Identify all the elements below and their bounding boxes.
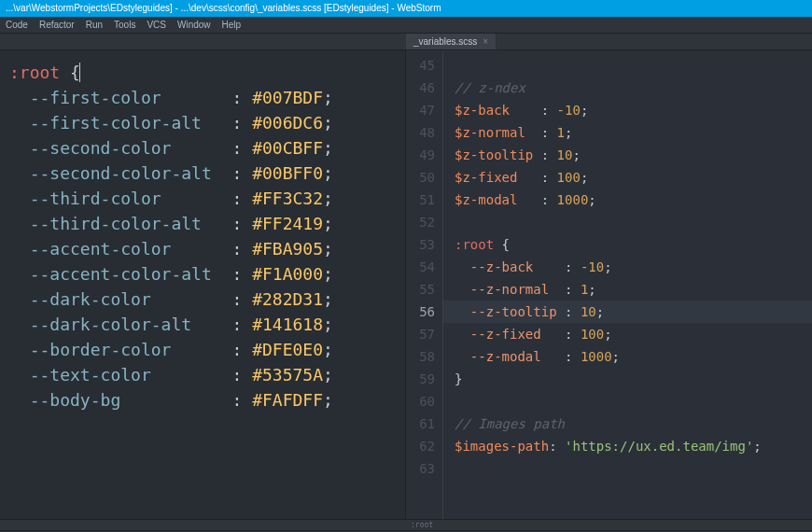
gutter-line: 45 — [406, 54, 435, 77]
code-line[interactable]: --dark-color : #282D31; — [9, 287, 405, 312]
code-line[interactable]: --accent-color : #FBA905; — [9, 236, 405, 261]
code-line[interactable]: --z-modal : 1000; — [455, 345, 812, 368]
code-line[interactable]: --third-color-alt : #FF2419; — [9, 211, 405, 236]
code-line[interactable]: --accent-color-alt : #F1A000; — [9, 261, 405, 287]
gutter-line: 52 — [406, 211, 435, 233]
gutter-line: 49 — [406, 144, 435, 166]
gutter-line: 51 — [406, 189, 435, 211]
breadcrumb: :root — [0, 519, 812, 530]
window-title: ...\var\WebstormProjects\EDstyleguides] … — [6, 0, 441, 17]
gutter-line: 53 — [406, 233, 435, 256]
code-line[interactable]: --first-color-alt : #006DC6; — [9, 110, 405, 135]
window-titlebar: ...\var\WebstormProjects\EDstyleguides] … — [0, 0, 812, 17]
code-line[interactable]: --second-color : #00CBFF; — [9, 135, 405, 161]
code-line[interactable]: } — [455, 368, 812, 390]
close-icon[interactable]: × — [483, 36, 488, 47]
gutter-line: 55 — [406, 278, 435, 301]
gutter-line: 50 — [406, 166, 435, 189]
code-line[interactable]: // z-ndex — [455, 77, 812, 99]
editor-pane-left[interactable]: :root { --first-color : #007BDF; --first… — [0, 50, 406, 519]
gutter-line: 63 — [406, 457, 435, 480]
gutter-line: 59 — [406, 368, 435, 390]
editor-split: :root { --first-color : #007BDF; --first… — [0, 50, 812, 519]
code-line[interactable]: $z-modal : 1000; — [455, 189, 812, 211]
editor-tab-variables[interactable]: _variables.scss × — [406, 34, 497, 49]
code-line[interactable]: --body-bg : #FAFDFF; — [9, 387, 405, 413]
gutter-line: 58 — [406, 345, 435, 368]
code-line[interactable] — [455, 211, 812, 233]
menu-refactor[interactable]: Refactor — [39, 20, 75, 30]
code-line[interactable]: $z-tooltip : 10; — [455, 144, 812, 166]
code-line[interactable] — [455, 390, 812, 413]
code-line[interactable]: $images-path: 'https://ux.ed.team/img'; — [455, 435, 812, 457]
code-line[interactable]: --border-color : #DFE0E0; — [9, 337, 405, 362]
menu-tools[interactable]: Tools — [114, 20, 135, 30]
menu-help[interactable]: Help — [222, 20, 242, 30]
code-line[interactable] — [455, 54, 812, 77]
gutter-line: 62 — [406, 435, 435, 457]
editor-tabs: _variables.scss × — [0, 34, 812, 50]
code-line[interactable]: --third-color : #FF3C32; — [9, 186, 405, 211]
gutter-line: 47 — [406, 99, 435, 121]
gutter-line: 57 — [406, 323, 435, 345]
gutter-line: 60 — [406, 390, 435, 413]
gutter-line: 46 — [406, 77, 435, 99]
line-gutter: 45464748495051525354555657585960616263 — [406, 50, 443, 519]
code-line[interactable]: $z-fixed : 100; — [455, 166, 812, 189]
tab-label: _variables.scss — [413, 36, 477, 47]
code-line[interactable]: --dark-color-alt : #141618; — [9, 312, 405, 337]
main-menubar[interactable]: CodeRefactorRunToolsVCSWindowHelp — [0, 17, 812, 34]
menu-window[interactable]: Window — [177, 20, 211, 30]
gutter-line: 56 — [406, 301, 435, 323]
code-line[interactable]: --second-color-alt : #00BFF0; — [9, 161, 405, 186]
code-line[interactable]: $z-normal : 1; — [455, 121, 812, 144]
editor-pane-right[interactable]: 45464748495051525354555657585960616263 /… — [406, 50, 812, 519]
code-line[interactable] — [455, 457, 812, 480]
gutter-line: 61 — [406, 413, 435, 435]
code-line[interactable]: $z-back : -10; — [455, 99, 812, 121]
code-line[interactable]: --z-back : -10; — [455, 256, 812, 278]
menu-run[interactable]: Run — [86, 20, 103, 30]
menu-vcs[interactable]: VCS — [147, 20, 166, 30]
code-area-right[interactable]: // z-ndex$z-back : -10;$z-normal : 1;$z-… — [443, 50, 812, 519]
breadcrumb-text: :root — [411, 521, 433, 529]
code-line[interactable]: --z-tooltip : 10; — [443, 301, 812, 323]
code-line[interactable]: --first-color : #007BDF; — [9, 85, 405, 110]
code-line[interactable]: --z-normal : 1; — [455, 278, 812, 301]
code-line[interactable]: // Images path — [455, 413, 812, 435]
menu-code[interactable]: Code — [6, 20, 28, 30]
code-line[interactable]: :root { — [455, 233, 812, 256]
code-line[interactable]: :root { — [9, 60, 405, 85]
code-line[interactable]: --z-fixed : 100; — [455, 323, 812, 345]
code-line[interactable]: --text-color : #53575A; — [9, 362, 405, 387]
gutter-line: 48 — [406, 121, 435, 144]
gutter-line: 54 — [406, 256, 435, 278]
